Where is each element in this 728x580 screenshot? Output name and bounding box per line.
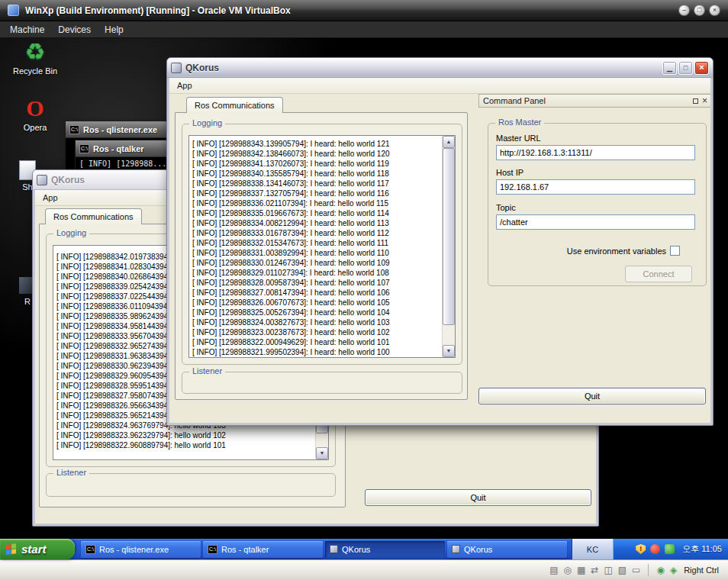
tab-panel: Logging [ INFO] [1298988343.139905794]: …: [175, 112, 468, 400]
log-line[interactable]: [ INFO] [1298988343.139905794]: I heard:…: [190, 139, 441, 149]
cmd-icon: C:\: [208, 545, 217, 554]
optical-drives-icon[interactable]: ◎: [564, 566, 572, 575]
opera-icon: O: [26, 96, 43, 121]
quit-button[interactable]: Quit: [365, 489, 591, 506]
host-key-label: Right Ctrl: [684, 566, 719, 575]
network-icon[interactable]: ⇄: [591, 566, 598, 575]
log-line[interactable]: [ INFO] [1298988322.960889794]: hello wo…: [54, 440, 314, 450]
log-line[interactable]: [ INFO] [1298988335.019667673]: I heard:…: [190, 208, 441, 218]
log-line[interactable]: [ INFO] [1298988332.015347673]: I heard:…: [190, 238, 441, 248]
maximize-button[interactable]: □: [678, 61, 693, 75]
quit-button[interactable]: Quit: [478, 388, 706, 404]
log-line[interactable]: [ INFO] [1298988326.006707673]: I heard:…: [190, 298, 441, 308]
log-line[interactable]: [ INFO] [1298988330.012467394]: I heard:…: [190, 258, 441, 268]
log-line[interactable]: [ INFO] [1298988323.002387673]: I heard:…: [190, 327, 441, 337]
field-label: Host IP: [496, 168, 695, 177]
mouse-integration-icon: ◈: [670, 566, 677, 575]
menu-app[interactable]: App: [35, 192, 66, 204]
log-line[interactable]: [ INFO] [1298988341.137026073]: I heard:…: [190, 159, 441, 169]
log-line[interactable]: [ INFO] [1298988325.005267394]: I heard:…: [190, 308, 441, 317]
qkorus-window-front[interactable]: QKorus ▁ □ × App Ros Communications Logg…: [166, 57, 714, 426]
form-field: Host IP: [496, 168, 695, 195]
log-line[interactable]: [ INFO] [1298988329.011027394]: I heard:…: [190, 268, 441, 278]
security-alert-icon[interactable]: !: [636, 544, 646, 554]
tray-status-icon-red[interactable]: [650, 544, 660, 554]
cmd-icon: C:\: [79, 144, 89, 153]
field-label: Master URL: [496, 134, 695, 143]
dock-float-icon[interactable]: [693, 98, 698, 104]
taskbar-button-qkorus-active[interactable]: QKorus: [325, 541, 445, 558]
shared-folders-icon[interactable]: ▧: [618, 566, 627, 575]
log-line[interactable]: [ INFO] [1298988324.003827673]: I heard:…: [190, 317, 441, 327]
tab-ros-communications[interactable]: Ros Communications: [45, 208, 142, 224]
console-title: Ros - qlistener.exe: [83, 125, 157, 134]
log-line[interactable]: [ INFO] [1298988321.999502394]: I heard:…: [190, 347, 441, 356]
display-icon[interactable]: ▭: [632, 566, 640, 575]
vbox-titlebar[interactable]: WinXp (Build Environment) [Running] - Or…: [0, 0, 728, 21]
task-label: Ros - qlistener.exe: [99, 545, 169, 554]
log-line[interactable]: [ INFO] [1298988340.135585794]: I heard:…: [190, 169, 441, 179]
task-label: Ros - qtalker: [221, 545, 269, 554]
taskbar-clock: 오후 11:05: [682, 543, 722, 555]
command-panel-header[interactable]: Command Panel ×: [478, 94, 710, 108]
qkorus-icon: [330, 545, 338, 553]
field-input[interactable]: [496, 214, 695, 230]
floppy-icon[interactable]: ▦: [577, 566, 585, 575]
close-button[interactable]: ×: [694, 61, 709, 75]
listener-group: Listener: [182, 372, 462, 394]
field-input[interactable]: [496, 145, 695, 160]
log-line[interactable]: [ INFO] [1298988331.003892994]: I heard:…: [190, 248, 441, 258]
vbox-maximize-button[interactable]: □: [694, 5, 705, 16]
tab-ros-communications[interactable]: Ros Communications: [186, 97, 283, 113]
log-line[interactable]: [ INFO] [1298988334.008212994]: I heard:…: [190, 218, 441, 228]
log-line[interactable]: [ INFO] [1298988328.009587394]: I heard:…: [190, 278, 441, 288]
log-list[interactable]: [ INFO] [1298988343.139905794]: I heard:…: [188, 135, 456, 358]
log-line[interactable]: [ INFO] [1298988336.021107394]: I heard:…: [190, 198, 441, 208]
desktop-icon-recycle-bin[interactable]: ♻ Recycle Bin: [8, 40, 63, 76]
log-line[interactable]: [ INFO] [1298988337.132705794]: I heard:…: [190, 188, 441, 198]
start-button[interactable]: start: [0, 539, 75, 559]
scroll-thumb[interactable]: [443, 148, 455, 325]
titlebar[interactable]: QKorus ▁ □ ×: [167, 58, 713, 78]
hard-disks-icon[interactable]: ▤: [549, 566, 558, 575]
tray-status-icon-green[interactable]: [665, 544, 675, 554]
taskbar-button-qkorus[interactable]: QKorus: [447, 541, 567, 558]
menu-app[interactable]: App: [169, 79, 200, 92]
taskbar-button-qlistener[interactable]: C:\ Ros - qlistener.exe: [81, 541, 201, 558]
vbox-menu-item[interactable]: Devices: [51, 23, 98, 37]
log-line[interactable]: [ INFO] [1298988333.016787394]: I heard:…: [190, 228, 441, 238]
scroll-up-button[interactable]: ▲: [443, 136, 455, 148]
scroll-down-button[interactable]: ▼: [443, 345, 455, 357]
virtualbox-icon: [8, 5, 19, 16]
log-line[interactable]: [ INFO] [1298988323.962329794]: hello wo…: [54, 430, 314, 440]
vbox-statusbar: ▤◎▦⇄◫▧▭ ◉◈ Right Ctrl: [0, 559, 728, 580]
log-scrollbar[interactable]: ▲ ▼: [442, 136, 455, 357]
log-line[interactable]: [ INFO] [1298988327.008147394]: I heard:…: [190, 288, 441, 298]
connect-button[interactable]: Connect: [625, 266, 692, 282]
field-input[interactable]: [496, 179, 695, 195]
taskbar: start C:\ Ros - qlistener.exe C:\ Ros - …: [0, 539, 728, 559]
console-title: Ros - qtalker: [93, 144, 144, 153]
logging-group-title: Logging: [53, 228, 89, 237]
vbox-window-controls: –□×: [678, 5, 720, 16]
qkorus-app-icon: [37, 175, 47, 185]
vbox-menu-item[interactable]: Machine: [3, 23, 51, 37]
vbox-close-button[interactable]: ×: [709, 5, 720, 16]
usb-icon[interactable]: ◫: [604, 566, 612, 575]
log-line[interactable]: [ INFO] [1298988338.134146073]: I heard:…: [190, 179, 441, 188]
listener-group-title: Listener: [53, 468, 89, 477]
vbox-menu-item[interactable]: Help: [98, 23, 130, 37]
scroll-down-button[interactable]: ▼: [316, 447, 328, 459]
language-indicator[interactable]: KC: [572, 539, 613, 559]
dock-close-icon[interactable]: ×: [702, 97, 707, 105]
log-line[interactable]: [ INFO] [1298988342.138466073]: I heard:…: [190, 149, 441, 159]
env-vars-checkbox[interactable]: [670, 246, 680, 256]
desktop-icon-opera[interactable]: O Opera: [12, 96, 58, 132]
log-line[interactable]: [ INFO] [1298988322.000949629]: I heard:…: [190, 337, 441, 347]
vbox-device-icons: ▤◎▦⇄◫▧▭: [549, 566, 640, 575]
vbox-minimize-button[interactable]: –: [678, 5, 690, 16]
desktop[interactable]: ♻ Recycle Bin O Opera Sh R C:\ Ros - qli…: [0, 38, 728, 539]
taskbar-button-qtalker[interactable]: C:\ Ros - qtalker: [203, 541, 323, 558]
minimize-button[interactable]: ▁: [662, 61, 677, 75]
vbox-window-title: WinXp (Build Environment) [Running] - Or…: [25, 5, 291, 16]
